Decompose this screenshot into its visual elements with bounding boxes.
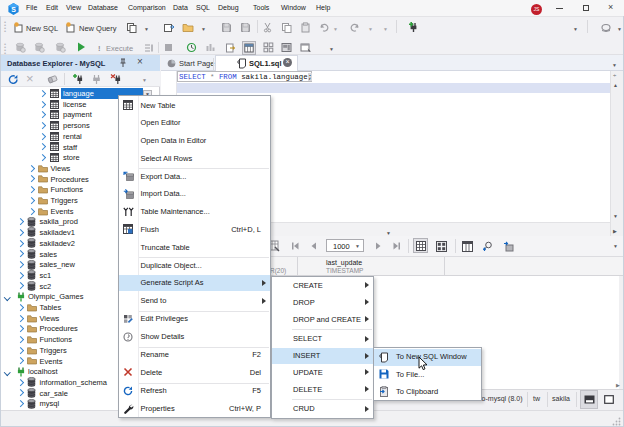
svg-text:S: S	[11, 6, 16, 13]
